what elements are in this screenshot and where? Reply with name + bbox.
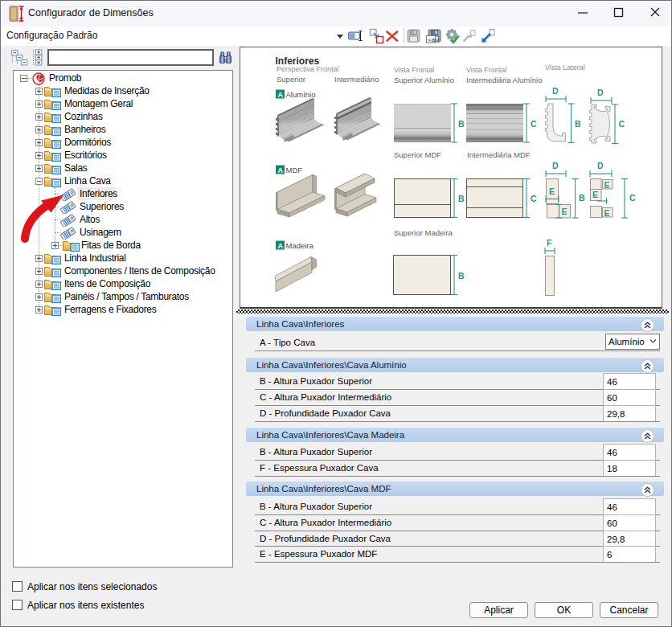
svg-text:C: C: [629, 193, 636, 203]
svg-text:D: D: [552, 86, 559, 96]
svg-text:E: E: [592, 190, 598, 199]
svg-text:C: C: [531, 194, 537, 203]
svg-text:C: C: [531, 119, 537, 129]
svg-text:F: F: [547, 238, 552, 248]
svg-text:B: B: [458, 271, 465, 281]
svg-text:E: E: [562, 207, 568, 216]
svg-text:Alumínio: Alumínio: [286, 90, 316, 99]
svg-text:D: D: [597, 161, 604, 170]
svg-text:D: D: [552, 161, 559, 170]
svg-text:A: A: [278, 166, 284, 174]
svg-text:B: B: [458, 119, 465, 129]
svg-text:<a>: <a>: [428, 36, 440, 43]
svg-text:B: B: [458, 194, 465, 203]
svg-text:A: A: [278, 91, 284, 99]
svg-text:Superior: Superior: [277, 75, 305, 84]
svg-text:Vista Frontal: Vista Frontal: [466, 66, 506, 74]
svg-text:Superior Madeira: Superior Madeira: [394, 228, 453, 237]
svg-text:Perspectiva Frontal: Perspectiva Frontal: [277, 65, 339, 73]
svg-text:A: A: [278, 242, 284, 250]
svg-text:C: C: [619, 119, 625, 129]
svg-text:Madeira: Madeira: [286, 241, 314, 250]
svg-text:E: E: [604, 208, 610, 218]
svg-text:E: E: [549, 186, 555, 196]
svg-text:B: B: [579, 193, 585, 203]
svg-text:Intermediário: Intermediário: [334, 75, 379, 84]
svg-text:B: B: [575, 119, 581, 129]
svg-text:MDF: MDF: [286, 166, 303, 174]
svg-text:Intermediária Alumínio: Intermediária Alumínio: [466, 76, 543, 84]
svg-text:Superior MDF: Superior MDF: [394, 150, 441, 159]
svg-text:E: E: [604, 180, 610, 190]
svg-text:Vista Lateral: Vista Lateral: [545, 64, 585, 72]
svg-text:D: D: [597, 88, 604, 97]
svg-text:Superior Alumínio: Superior Alumínio: [394, 76, 454, 84]
svg-text:Vista Frontal: Vista Frontal: [394, 66, 434, 74]
svg-text:Intermediária MDF: Intermediária MDF: [467, 150, 531, 159]
